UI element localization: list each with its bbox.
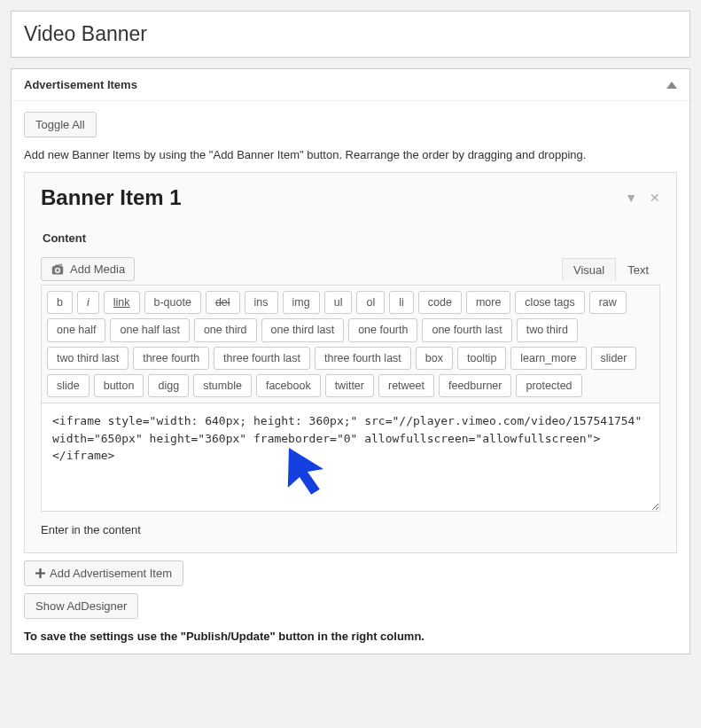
qt-three-fourth-last-button[interactable]: three fourth last	[214, 347, 310, 370]
qt-one-half-last-button[interactable]: one half last	[110, 318, 189, 341]
qt-stumble-button[interactable]: stumble	[193, 374, 252, 397]
add-item-label: Add Advertisement Item	[50, 567, 172, 580]
qt-slide-button[interactable]: slide	[47, 374, 90, 397]
qt-one-fourth-last-button[interactable]: one fourth last	[422, 318, 511, 341]
qt-learn-more-button[interactable]: learn_more	[510, 347, 586, 370]
qt-two-third-button[interactable]: two third	[517, 318, 578, 341]
qt-close-tags-button[interactable]: close tags	[515, 291, 584, 314]
page-title: Video Banner	[24, 22, 677, 46]
camera-icon	[51, 263, 65, 276]
section-header[interactable]: Advertisement Items	[12, 69, 689, 101]
qt-protected-button[interactable]: protected	[516, 374, 581, 397]
content-label: Content	[41, 231, 660, 245]
qt-digg-button[interactable]: digg	[148, 374, 189, 397]
media-toolbar: Add Media Visual Text	[41, 257, 660, 281]
qt-img-button[interactable]: img	[283, 291, 320, 314]
qt-twitter-button[interactable]: twitter	[325, 374, 374, 397]
section-instructions: Add new Banner Items by using the "Add B…	[24, 148, 677, 161]
tab-text[interactable]: Text	[616, 258, 660, 281]
qt-more-button[interactable]: more	[466, 291, 510, 314]
qt-two-third-last-button[interactable]: two third last	[47, 347, 129, 370]
qt-link-button[interactable]: link	[104, 291, 140, 314]
qt-ins-button[interactable]: ins	[245, 291, 278, 314]
banner-item: Banner Item 1 ▼ ✕ Content Add Media Visu…	[24, 172, 677, 553]
advertisement-items-panel: Advertisement Items Toggle All Add new B…	[11, 68, 690, 654]
reorder-icon[interactable]: ▼	[625, 191, 637, 205]
qt-b-button[interactable]: b	[47, 291, 73, 314]
page-title-panel: Video Banner	[11, 11, 690, 58]
add-media-button[interactable]: Add Media	[41, 257, 135, 281]
footer-buttons: Add Advertisement Item Show AdDesigner	[24, 553, 677, 619]
editor-wrap	[41, 403, 660, 514]
qt-one-half-button[interactable]: one half	[47, 318, 105, 341]
qt-one-third-last-button[interactable]: one third last	[261, 318, 345, 341]
qt-i-button[interactable]: i	[77, 291, 99, 314]
qt-one-fourth-button[interactable]: one fourth	[348, 318, 417, 341]
plus-icon	[35, 568, 45, 578]
banner-item-header: Banner Item 1 ▼ ✕	[41, 185, 660, 210]
save-note: To save the settings use the "Publish/Up…	[24, 630, 677, 643]
qt-raw-button[interactable]: raw	[589, 291, 627, 314]
qt-retweet-button[interactable]: retweet	[378, 374, 434, 397]
qt-ol-button[interactable]: ol	[356, 291, 385, 314]
qt-slider-button[interactable]: slider	[591, 347, 637, 370]
editor-tabs: Visual Text	[562, 258, 660, 281]
quicktags-toolbar: bilinkb-quotedelinsimgulollicodemoreclos…	[41, 285, 660, 403]
qt-box-button[interactable]: box	[416, 347, 453, 370]
remove-icon[interactable]: ✕	[650, 191, 660, 205]
content-textarea[interactable]	[41, 403, 660, 512]
section-body: Toggle All Add new Banner Items by using…	[12, 101, 689, 654]
qt-li-button[interactable]: li	[389, 291, 414, 314]
collapse-icon[interactable]	[666, 82, 677, 89]
qt-del-button[interactable]: del	[206, 291, 240, 314]
content-hint: Enter in the content	[41, 523, 660, 536]
qt-three-fourth-button[interactable]: three fourth	[133, 347, 209, 370]
qt-b-quote-button[interactable]: b-quote	[144, 291, 201, 314]
qt-ul-button[interactable]: ul	[324, 291, 353, 314]
banner-item-title: Banner Item 1	[41, 185, 182, 210]
qt-facebook-button[interactable]: facebook	[256, 374, 321, 397]
tab-visual[interactable]: Visual	[562, 258, 616, 281]
banner-item-controls: ▼ ✕	[625, 191, 660, 205]
qt-code-button[interactable]: code	[418, 291, 462, 314]
qt-tooltip-button[interactable]: tooltip	[457, 347, 506, 370]
toggle-all-button[interactable]: Toggle All	[24, 112, 97, 137]
qt-three-fourth-last-button[interactable]: three fourth last	[315, 347, 411, 370]
qt-feedburner-button[interactable]: feedburner	[439, 374, 511, 397]
section-title: Advertisement Items	[24, 78, 137, 91]
qt-one-third-button[interactable]: one third	[194, 318, 257, 341]
add-advertisement-item-button[interactable]: Add Advertisement Item	[24, 560, 183, 586]
show-addesigner-button[interactable]: Show AdDesigner	[24, 593, 138, 619]
qt-button-button[interactable]: button	[94, 374, 144, 397]
add-media-label: Add Media	[70, 262, 125, 276]
